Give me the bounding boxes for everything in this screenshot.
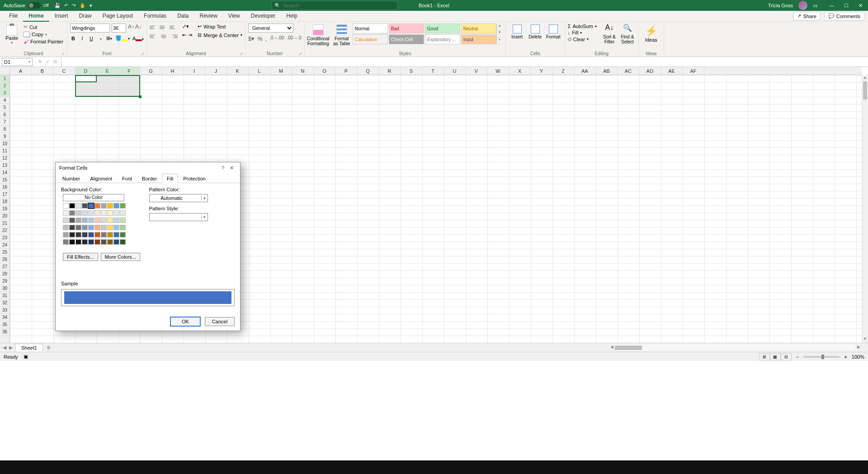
row-header-33[interactable]: 33 (0, 307, 9, 314)
tint-swatch[interactable] (94, 218, 100, 223)
theme-color-swatch[interactable] (63, 203, 69, 209)
font-name-combo[interactable] (70, 24, 110, 33)
tint-swatch[interactable] (94, 225, 100, 230)
ok-button[interactable]: OK (170, 317, 200, 326)
row-header-31[interactable]: 31 (0, 292, 9, 299)
tab-insert[interactable]: Insert (49, 11, 74, 22)
tint-swatch[interactable] (107, 232, 113, 237)
tint-swatch[interactable] (120, 232, 126, 237)
theme-color-swatch[interactable] (82, 203, 88, 209)
normal-view-icon[interactable]: ⊞ (759, 353, 770, 360)
col-header-Q[interactable]: Q (357, 67, 379, 75)
scroll-down-icon[interactable]: ▼ (862, 337, 868, 343)
tint-swatch[interactable] (120, 239, 126, 245)
col-header-M[interactable]: M (270, 67, 292, 75)
ribbon-display-icon[interactable]: ▭ (813, 3, 817, 9)
style-input[interactable]: Input (461, 34, 496, 44)
align-center-icon[interactable] (160, 33, 168, 40)
col-header-AF[interactable]: AF (683, 67, 704, 75)
undo-icon[interactable]: ↶ (64, 3, 68, 9)
conditional-formatting-button[interactable]: Conditional Formatting (307, 24, 329, 47)
row-header-24[interactable]: 24 (0, 242, 9, 249)
tint-swatch[interactable] (88, 225, 94, 230)
paste-button[interactable]: Paste ▾ (3, 24, 21, 46)
style-neutral[interactable]: Neutral (461, 24, 496, 33)
font-size-combo[interactable] (112, 24, 126, 33)
percent-format-icon[interactable]: % (257, 35, 263, 42)
sort-filter-button[interactable]: A↓Sort & Filter (601, 24, 618, 44)
tint-swatch[interactable] (82, 218, 88, 223)
italic-button[interactable]: I (79, 36, 85, 41)
dialog-tab-alignment[interactable]: Alignment (85, 174, 117, 183)
col-header-L[interactable]: L (249, 67, 270, 75)
col-header-AB[interactable]: AB (596, 67, 618, 75)
font-launcher-icon[interactable]: ⤢ (141, 52, 145, 56)
cancel-formula-icon[interactable]: ✕ (38, 59, 42, 65)
gallery-up-icon[interactable]: ▲ (497, 24, 503, 30)
orientation-button[interactable]: ⤢▾ (182, 24, 192, 29)
sheet-tab[interactable]: Sheet1 (15, 344, 43, 351)
theme-color-swatch[interactable] (120, 203, 126, 209)
insert-function-icon[interactable]: fx (53, 59, 57, 65)
col-header-N[interactable]: N (292, 67, 314, 75)
row-header-30[interactable]: 30 (0, 285, 9, 292)
tint-swatch[interactable] (69, 232, 75, 237)
tab-help[interactable]: Help (281, 11, 303, 22)
theme-color-swatch[interactable] (94, 203, 100, 209)
tab-draw[interactable]: Draw (74, 11, 97, 22)
underline-button[interactable]: U (88, 36, 94, 41)
tint-swatch[interactable] (120, 210, 126, 216)
row-header-34[interactable]: 34 (0, 314, 9, 321)
row-header-25[interactable]: 25 (0, 249, 9, 256)
tint-swatch[interactable] (101, 225, 107, 230)
theme-color-swatch[interactable] (75, 203, 81, 209)
close-button[interactable]: ✕ (857, 3, 864, 9)
vscroll-thumb[interactable] (863, 81, 867, 100)
page-break-view-icon[interactable]: ⊟ (781, 353, 792, 360)
redo-icon[interactable]: ↷ (72, 3, 76, 9)
cancel-button[interactable]: Cancel (205, 317, 235, 326)
dialog-help-button[interactable]: ? (219, 164, 227, 171)
col-header-U[interactable]: U (444, 67, 466, 75)
tint-swatch[interactable] (82, 232, 88, 237)
theme-color-swatch[interactable] (101, 203, 107, 209)
user-name[interactable]: Tricia Goss (768, 3, 793, 8)
tint-swatch[interactable] (63, 232, 69, 237)
zoom-in-icon[interactable]: + (844, 354, 847, 360)
align-bottom-icon[interactable] (170, 24, 178, 31)
col-header-AD[interactable]: AD (639, 67, 661, 75)
no-color-button[interactable]: No Color (63, 194, 124, 201)
col-header-A[interactable]: A (10, 67, 32, 75)
sheet-nav-prev-icon[interactable]: ◀ (3, 345, 6, 351)
row-header-14[interactable]: 14 (0, 169, 9, 176)
tab-view[interactable]: View (223, 11, 245, 22)
row-header-7[interactable]: 7 (0, 118, 9, 126)
tint-swatch[interactable] (75, 218, 81, 223)
fill-button[interactable]: ↓Fill▾ (568, 30, 597, 35)
tint-swatch[interactable] (113, 210, 119, 216)
row-header-17[interactable]: 17 (0, 191, 9, 198)
tint-swatch[interactable] (75, 225, 81, 230)
row-header-19[interactable]: 19 (0, 205, 9, 213)
col-header-Y[interactable]: Y (531, 67, 552, 75)
row-header-11[interactable]: 11 (0, 147, 9, 155)
tint-swatch[interactable] (88, 239, 94, 245)
tint-swatch[interactable] (82, 239, 88, 245)
increase-decimal-icon[interactable]: .0→.00 (269, 35, 284, 42)
hscroll-right-icon[interactable]: ▶ (855, 345, 862, 351)
tint-swatch[interactable] (107, 239, 113, 245)
col-header-O[interactable]: O (314, 67, 335, 75)
dialog-tab-number[interactable]: Number (57, 174, 85, 183)
row-header-26[interactable]: 26 (0, 256, 9, 263)
style-explanatory[interactable]: Explanatory ... (425, 34, 460, 44)
find-select-button[interactable]: 🔍Find & Select (619, 24, 636, 44)
tint-swatch[interactable] (75, 210, 81, 216)
accounting-format-icon[interactable]: $▾ (248, 35, 255, 42)
row-header-13[interactable]: 13 (0, 162, 9, 169)
ideas-button[interactable]: ⚡ Ideas (642, 24, 661, 44)
row-header-27[interactable]: 27 (0, 263, 9, 270)
pattern-style-combo[interactable]: ▾ (149, 213, 208, 221)
row-header-18[interactable]: 18 (0, 198, 9, 205)
tint-swatch[interactable] (94, 210, 100, 216)
increase-indent-icon[interactable]: ⇥ (188, 32, 192, 38)
